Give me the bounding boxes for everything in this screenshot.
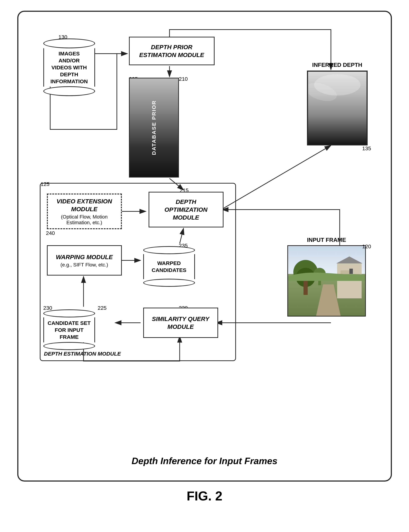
database-prior-rect: DATABASE PRIOR	[129, 78, 179, 178]
images-videos-cylinder: IMAGES AND/OR VIDEOS WITH DEPTH INFORMAT…	[43, 38, 95, 96]
candidate-set-label: CANDIDATE SET FOR INPUT FRAME	[48, 320, 91, 340]
depth-opt-label: DEPTH OPTIMIZATION MODULE	[165, 198, 207, 222]
depth-prior-estimation-module: DEPTH PRIOR ESTIMATION MODULE	[129, 37, 214, 65]
inferred-depth-image-container: INFERRED DEPTH	[307, 71, 368, 145]
ref-120: 120	[362, 243, 371, 250]
warping-module: WARPING MODULE (e.g., SIFT Flow, etc.)	[47, 245, 122, 276]
diagram-area: 130 IMAGES AND/OR VIDEOS WITH DEPTH INFO…	[33, 22, 377, 450]
ref-240: 240	[46, 230, 55, 236]
video-ext-label: VIDEO EXTENSION MODULE	[56, 197, 112, 213]
inferred-depth-canvas	[307, 71, 368, 145]
inferred-depth-label: INFERRED DEPTH	[307, 62, 368, 68]
ref-135: 135	[362, 145, 371, 152]
video-ext-sublabel: (Optical Flow, Motion Estimation, etc.)	[61, 214, 108, 225]
candidate-set-cylinder: CANDIDATE SET FOR INPUT FRAME	[43, 309, 95, 350]
warping-label: WARPING MODULE	[56, 253, 113, 261]
input-frame-label: INPUT FRAME	[287, 237, 366, 243]
depth-prior-label: DEPTH PRIOR ESTIMATION MODULE	[139, 43, 204, 59]
ref-225: 225	[98, 305, 107, 311]
warped-candidates-cylinder: WARPED CANDIDATES	[143, 246, 195, 287]
input-frame-container: INPUT FRAME	[287, 245, 366, 316]
video-extension-module: VIDEO EXTENSION MODULE (Optical Flow, Mo…	[47, 194, 122, 229]
page-container: 130 IMAGES AND/OR VIDEOS WITH DEPTH INFO…	[17, 11, 392, 482]
images-videos-label: IMAGES AND/OR VIDEOS WITH DEPTH INFORMAT…	[48, 50, 91, 85]
depth-optimization-module: DEPTH OPTIMIZATION MODULE	[149, 192, 223, 227]
input-frame-canvas	[287, 245, 366, 316]
similarity-label: SIMILARITY QUERY MODULE	[152, 315, 209, 331]
svg-line-4	[221, 145, 331, 210]
ref-125: 125	[41, 181, 50, 187]
fig-label: FIG. 2	[186, 489, 222, 503]
ref-210: 210	[179, 76, 188, 82]
database-prior-label: DATABASE PRIOR	[151, 100, 157, 155]
warped-candidates-label: WARPED CANDIDATES	[152, 260, 186, 274]
warping-sublabel: (e.g., SIFT Flow, etc.)	[60, 262, 108, 268]
depth-est-module-label: DEPTH ESTIMATION MODULE	[44, 351, 121, 357]
diagram-caption: Depth Inference for Input Frames	[33, 456, 377, 470]
similarity-query-module: SIMILARITY QUERY MODULE	[143, 308, 218, 338]
